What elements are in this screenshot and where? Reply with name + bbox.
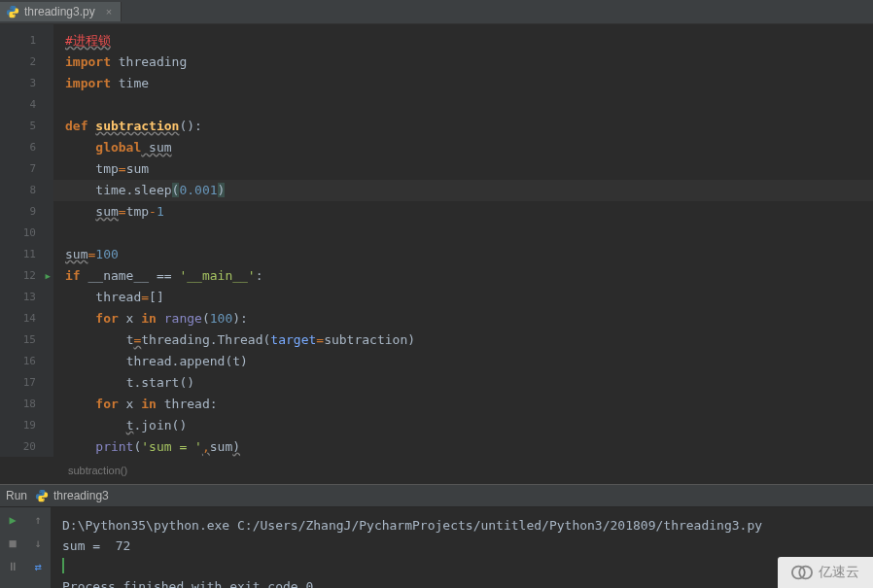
run-config-name: threading3 [53,489,109,502]
watermark-logo-icon [791,562,813,583]
code-line: if __name__ == '__main__': [53,265,873,287]
wrap-icon[interactable]: ⇄ [30,559,46,574]
cursor-icon [62,558,64,573]
run-panel-header[interactable]: Run threading3 [0,484,873,507]
tab-filename: threading3.py [24,5,95,18]
gutter-line[interactable]: 2 [0,52,53,73]
code-line: global sum [53,137,873,158]
gutter-line[interactable]: 18 [0,394,53,415]
code-line: print('sum = ',sum) [53,436,873,458]
up-icon[interactable]: ↑ [30,512,46,528]
code-line-active: time.sleep(0.001) [53,180,873,201]
pause-icon[interactable]: ⏸ [5,559,20,574]
code-line: thread.append(t) [53,351,873,372]
code-line: tmp=sum [53,158,873,180]
code-editor[interactable]: #进程锁 import threading import time def su… [53,24,873,457]
code-line [53,94,873,116]
down-icon[interactable]: ↓ [30,536,46,551]
run-toolbar-left: ▶ ■ ⏸ [0,507,25,588]
gutter-line[interactable]: 20 [0,436,53,458]
gutter-line[interactable]: 8 [0,180,53,201]
gutter-line[interactable]: 15 [0,329,53,351]
python-file-icon [35,489,49,502]
code-line [53,223,873,244]
run-output-panel: ▶ ■ ⏸ ↑ ↓ ⇄ D:\Python35\python.exe C:/Us… [0,507,873,588]
gutter-line[interactable]: 13 [0,287,53,308]
console-line: Process finished with exit code 0 [62,576,861,588]
line-gutter: 1 2 3 4 5 6 7 8 9 10 11 12 13 14 15 16 1… [0,24,53,457]
gutter-line[interactable]: 17 [0,372,53,394]
stop-icon[interactable]: ■ [5,536,20,551]
python-file-icon [6,5,19,18]
rerun-icon[interactable]: ▶ [5,512,20,528]
code-line: t.join() [53,415,873,436]
gutter-line[interactable]: 3 [0,73,53,94]
gutter-line[interactable]: 14 [0,308,53,329]
file-tab[interactable]: threading3.py × [0,2,122,21]
tab-close-icon[interactable]: × [103,6,115,17]
code-line: for x in thread: [53,394,873,415]
gutter-line[interactable]: 10 [0,223,53,244]
breadcrumb-text: subtraction() [68,465,127,476]
watermark: 亿速云 [778,557,873,588]
tab-bar: threading3.py × [0,0,873,24]
editor-area: 1 2 3 4 5 6 7 8 9 10 11 12 13 14 15 16 1… [0,24,873,457]
console-cursor-line [62,556,861,576]
gutter-line[interactable]: 1 [0,30,53,52]
console-line: sum = 72 [62,536,861,556]
gutter-line[interactable]: 7 [0,158,53,180]
code-line: import threading [53,52,873,73]
gutter-line[interactable]: 9 [0,201,53,223]
gutter-line[interactable]: 19 [0,415,53,436]
gutter-line[interactable]: 5 [0,116,53,137]
watermark-text: 亿速云 [819,564,859,581]
code-line: #进程锁 [53,30,873,52]
code-line: sum=100 [53,244,873,265]
code-line: import time [53,73,873,94]
gutter-line[interactable]: 4 [0,94,53,116]
breadcrumb[interactable]: subtraction() [0,457,873,484]
console-line: D:\Python35\python.exe C:/Users/ZhangJ/P… [62,515,861,536]
code-line: t=threading.Thread(target=subtraction) [53,329,873,351]
code-line: def subtraction(): [53,116,873,137]
run-toolbar-nav: ↑ ↓ ⇄ [25,507,51,588]
gutter-line[interactable]: 6 [0,137,53,158]
gutter-line[interactable]: 11 [0,244,53,265]
gutter-line-run[interactable]: 12 [0,265,53,287]
code-line: sum=tmp-1 [53,201,873,223]
code-line: for x in range(100): [53,308,873,329]
run-label: Run [6,489,27,502]
gutter-line[interactable]: 16 [0,351,53,372]
code-line: thread=[] [53,287,873,308]
code-line: t.start() [53,372,873,394]
console-output[interactable]: D:\Python35\python.exe C:/Users/ZhangJ/P… [51,507,873,588]
